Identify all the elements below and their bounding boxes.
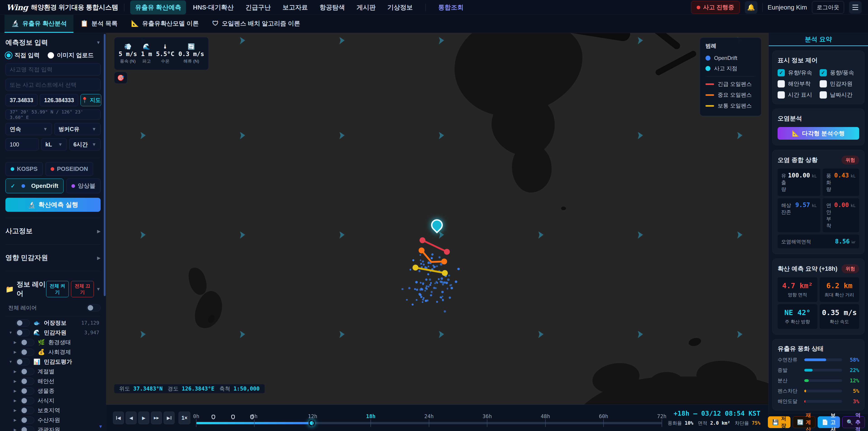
action-보고서[interactable]: 📄보고서 (817, 416, 840, 428)
nav-item-게시판[interactable]: 게시판 (352, 0, 381, 14)
display-option-날짜시간[interactable]: 날짜시간 (819, 91, 860, 98)
spill-amount-input[interactable]: 100 (5, 138, 39, 151)
model-chip-OpenDrift[interactable]: ✓OpenDrift (5, 179, 64, 193)
tab-분석 목록[interactable]: 📋분석 목록 (73, 15, 124, 33)
accident-name-input[interactable]: 사고명 직접 입력 (5, 63, 101, 75)
layer-caret-icon[interactable]: ▼ (8, 331, 13, 335)
info-layers-header[interactable]: 📁 정보 레이어 전체 켜기 전체 끄기 ▼ (5, 275, 101, 303)
layer-caret-icon[interactable]: ▶ (13, 418, 17, 422)
fence-deploy-marker-icon[interactable] (231, 415, 235, 419)
play-button[interactable]: ▶ (138, 411, 149, 424)
longitude-input[interactable]: 126.384333 (40, 94, 78, 106)
layer-caret-icon[interactable]: ▶ (13, 369, 17, 374)
layers-all-off-button[interactable]: 전체 끄기 (71, 281, 94, 297)
recenter-target-button[interactable]: 🎯 (114, 72, 127, 84)
layers-all-on-button[interactable]: 전체 켜기 (46, 281, 69, 297)
display-option-유향/유속[interactable]: ✓유향/유속 (778, 69, 817, 76)
layer-row-계절별[interactable]: ▶계절별 (5, 367, 101, 376)
model-chip-POSEIDON[interactable]: POSEIDON (45, 162, 93, 176)
layer-caret-icon[interactable]: ▶ (13, 389, 17, 393)
display-option-시간 표시[interactable]: 시간 표시 (778, 91, 817, 98)
nav-item-항공탐색[interactable]: 항공탐색 (315, 0, 350, 14)
layer-toggle-어장정보[interactable] (16, 319, 30, 327)
tab-유출유 확산분석[interactable]: 🔬유출유 확산분석 (4, 15, 73, 33)
spill-type-select[interactable]: 연속 ▼ (5, 123, 52, 135)
layer-toggle-보호지역[interactable] (20, 407, 34, 414)
logout-button[interactable]: 로그아웃 (812, 1, 844, 13)
layer-row-어장정보[interactable]: 🐟어장정보17,129 (5, 318, 101, 328)
model-chip-앙상블[interactable]: 앙상블 (66, 179, 101, 193)
unit-select[interactable]: kL ▼ (41, 138, 67, 151)
radio-direct-input[interactable]: 직접 입력 (5, 51, 39, 59)
layer-toggle-민감도평가[interactable] (16, 358, 30, 366)
display-option-해안부착[interactable]: 해안부착 (778, 80, 817, 88)
polygon-analysis-button[interactable]: 📐 다각형 분석수행 (778, 127, 859, 140)
timeline-slider[interactable]: 0h6h12h18h24h36h48h60h72h (196, 405, 662, 431)
menu-button[interactable] (849, 1, 862, 14)
map-canvas[interactable]: 💨5 m/s풍속 (N)🌊1 m파고🌡5.5°C수온🔄0.3 m/s해류 (N)… (106, 33, 769, 405)
nav-item-유출유 확산예측[interactable]: 유출유 확산예측 (130, 0, 186, 14)
skip-start-button[interactable]: ◀ (113, 411, 124, 424)
layer-toggle-민감자원[interactable] (16, 329, 30, 336)
notifications-button[interactable]: 🔔 (745, 1, 757, 14)
display-option-민감자원[interactable]: 민감자원 (819, 80, 860, 88)
accident-info-section[interactable]: 사고정보 ▶ (5, 222, 101, 240)
nav-item-보고자료[interactable]: 보고자료 (278, 0, 313, 14)
timeline-thumb[interactable] (309, 420, 315, 426)
layer-row-환경생태[interactable]: ▶🌿환경생태 (5, 337, 101, 347)
nav-item-HNS·대기확산[interactable]: HNS·대기확산 (188, 0, 239, 14)
impact-resources-section[interactable]: 영향 민감자원 ▶ (5, 249, 101, 267)
layer-row-관광자원[interactable]: ▶관광자원 (5, 425, 101, 431)
oil-type-select[interactable]: 벙커C유 ▼ (54, 123, 101, 135)
layer-toggle-계절별[interactable] (20, 368, 34, 375)
radio-image-upload[interactable]: 이미지 업로드 (48, 51, 94, 59)
layer-caret-icon[interactable]: ▶ (13, 350, 17, 354)
display-option-풍향/풍속[interactable]: ✓풍향/풍속 (819, 69, 860, 76)
fence-deploy-marker-icon[interactable] (250, 415, 254, 419)
layer-caret-icon[interactable]: ▶ (13, 340, 17, 344)
skip-end-button[interactable]: ▶ (164, 411, 175, 424)
layer-toggle-관광자원[interactable] (20, 426, 34, 431)
pick-on-map-button[interactable]: 📍 지도 (81, 94, 101, 106)
layer-caret-icon[interactable]: ▶ (13, 408, 17, 412)
layer-label: 민감도평가 (44, 358, 72, 366)
layer-toggle-사회경제[interactable] (20, 348, 34, 356)
left-panel-scrollbar[interactable] (104, 34, 105, 296)
layer-caret-icon[interactable]: ▶ (13, 398, 17, 403)
layer-caret-icon[interactable]: ▶ (13, 428, 17, 431)
nav-item-기상정보[interactable]: 기상정보 (382, 0, 418, 14)
nav-item-긴급구난[interactable]: 긴급구난 (241, 0, 276, 14)
layer-row-수산자원[interactable]: ▶수산자원 (5, 415, 101, 425)
tab-유출유확산모델 이론[interactable]: 📐유출유확산모델 이론 (124, 15, 206, 33)
accident-list-select[interactable]: 또는 사고 리스트에서 선택 (5, 79, 101, 91)
layer-row-보호지역[interactable]: ▶보호지역 (5, 405, 101, 415)
action-재계산[interactable]: 🔄재계산 (793, 416, 815, 428)
layer-caret-icon[interactable]: ▼ (8, 360, 13, 364)
fast-forward-button[interactable]: ▶▶ (151, 411, 162, 424)
layer-caret-icon[interactable]: ▶ (13, 379, 17, 383)
layer-toggle-해안선[interactable] (20, 378, 34, 385)
fence-deploy-marker-icon[interactable] (212, 415, 215, 419)
nav-item-통합조회[interactable]: 통합조회 (433, 0, 469, 14)
latitude-input[interactable]: 37.34833 (5, 94, 37, 106)
layer-row-민감도평가[interactable]: ▼📊민감도평가 (5, 357, 101, 367)
tab-오일펜스 배치 알고리즘 이론[interactable]: 🛡오일펜스 배치 알고리즘 이론 (206, 15, 307, 33)
layer-row-해안선[interactable]: ▶해안선 (5, 376, 101, 386)
layer-row-생물종[interactable]: ▶생물종 (5, 386, 101, 396)
layer-toggle-서식지[interactable] (20, 397, 34, 404)
playback-speed-button[interactable]: 1× (179, 411, 190, 424)
step-back-button[interactable]: ◀ (126, 411, 136, 424)
layer-row-사회경제[interactable]: ▶💰사회경제 (5, 347, 101, 357)
layer-row-서식지[interactable]: ▶서식지 (5, 396, 101, 405)
layer-row-민감자원[interactable]: ▼🌊민감자원3,947 (5, 328, 101, 337)
model-chip-KOSPS[interactable]: KOSPS (5, 162, 43, 176)
layer-toggle-환경생태[interactable] (20, 339, 34, 346)
duration-select[interactable]: 6시간 ▼ (69, 138, 101, 151)
layer-toggle-생물종[interactable] (20, 388, 34, 395)
all-layers-toggle[interactable] (87, 304, 101, 311)
layer-toggle-수산자원[interactable] (20, 417, 34, 424)
action-역추적[interactable]: 🔍역추적 (842, 416, 865, 428)
prediction-input-header[interactable]: 예측정보 입력 ▼ (5, 38, 101, 47)
run-prediction-button[interactable]: 🔬 확산예측 실행 (5, 198, 101, 212)
action-저장[interactable]: 💾저장 (768, 416, 790, 428)
